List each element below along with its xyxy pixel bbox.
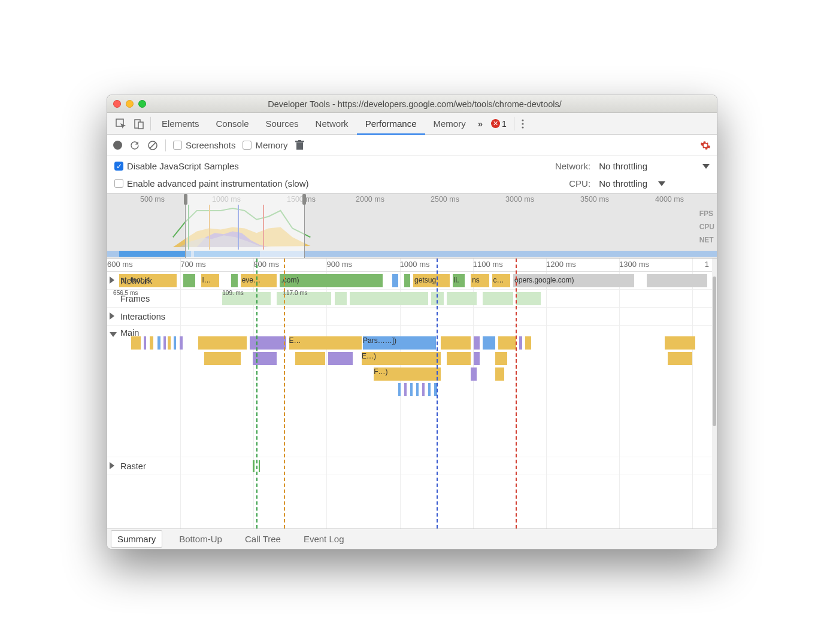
reload-record-button[interactable] <box>129 140 140 151</box>
vertical-scrollbar[interactable] <box>712 259 717 528</box>
dropdown-icon <box>658 181 665 186</box>
divider <box>514 117 514 130</box>
network-request[interactable]: getsug <box>413 274 450 287</box>
svg-line-7 <box>150 142 156 148</box>
cpu-label: CPU: <box>555 178 590 189</box>
tab-memory[interactable]: Memory <box>425 113 474 134</box>
record-button[interactable] <box>113 141 122 150</box>
checkbox-icon <box>114 162 123 171</box>
network-request[interactable] <box>392 274 398 287</box>
svg-point-5 <box>522 126 523 128</box>
more-menu-button[interactable] <box>517 113 529 134</box>
paint-label: Enable advanced paint instrumentation (s… <box>127 178 309 189</box>
tab-summary[interactable]: Summary <box>111 530 162 548</box>
disable-js-checkbox[interactable]: Disable JavaScript Samples <box>114 161 547 171</box>
frame[interactable] <box>335 292 347 305</box>
selection-handle-left[interactable] <box>184 194 187 205</box>
device-toggle-icon[interactable] <box>130 113 148 134</box>
network-request[interactable]: eve… <box>241 274 277 287</box>
titlebar: Developer Tools - https://developers.goo… <box>107 95 717 113</box>
network-request[interactable]: .com) <box>280 274 383 287</box>
error-icon: ✕ <box>491 119 500 128</box>
network-throttle-select[interactable]: No throttling <box>599 161 665 171</box>
selection-handle-right[interactable] <box>302 194 306 205</box>
memory-checkbox[interactable]: Memory <box>243 140 287 150</box>
network-label: Network: <box>555 161 590 171</box>
network-request[interactable]: li. <box>453 274 465 287</box>
network-request[interactable]: ns <box>471 274 489 287</box>
tab-performance[interactable]: Performance <box>357 113 425 135</box>
clear-button[interactable] <box>147 140 158 151</box>
scrollbar-thumb[interactable] <box>713 277 716 426</box>
frame[interactable] <box>516 292 540 305</box>
network-track[interactable]: Network pt_foot.js l… eve… .com) getsug … <box>107 272 717 290</box>
network-request[interactable]: l… <box>201 274 219 287</box>
raster-track[interactable]: Raster <box>107 457 717 475</box>
perf-toolbar: Screenshots Memory <box>107 135 717 156</box>
flame-function[interactable]: F…) <box>374 367 440 381</box>
capture-settings: Disable JavaScript Samples Network: No t… <box>107 156 717 194</box>
flame-evaluate[interactable]: E…) <box>362 352 441 365</box>
tab-console[interactable]: Console <box>208 113 258 134</box>
frame[interactable] <box>483 292 513 305</box>
overview-pane[interactable]: 500 ms 1000 ms 1500 ms 2000 ms 2500 ms 3… <box>107 194 717 259</box>
network-request[interactable]: opers.google.com) <box>513 274 634 287</box>
svg-rect-2 <box>138 122 143 129</box>
tab-call-tree[interactable]: Call Tree <box>239 531 287 547</box>
checkbox-icon <box>243 141 252 150</box>
expand-icon[interactable] <box>110 312 118 321</box>
screenshots-checkbox[interactable]: Screenshots <box>173 140 235 150</box>
frame[interactable] <box>350 292 429 305</box>
checkbox-icon <box>173 141 182 150</box>
main-track[interactable]: Main E… Pars……]) <box>107 326 717 457</box>
marker-line <box>437 259 438 528</box>
paint-instrumentation-checkbox[interactable]: Enable advanced paint instrumentation (s… <box>114 178 547 189</box>
network-request[interactable] <box>647 274 707 287</box>
flame-event[interactable]: E… <box>289 336 362 350</box>
marker-line <box>256 259 258 528</box>
ruler-tick: 2000 ms <box>356 195 384 203</box>
network-request[interactable] <box>183 274 195 287</box>
tab-event-log[interactable]: Event Log <box>298 531 350 547</box>
inspect-icon[interactable] <box>112 113 130 134</box>
checkbox-icon <box>114 179 123 188</box>
frame[interactable] <box>447 292 477 305</box>
svg-point-3 <box>522 119 523 121</box>
tab-bottom-up[interactable]: Bottom-Up <box>173 531 228 547</box>
flame-parse[interactable]: Pars……]) <box>363 336 435 350</box>
marker-line <box>516 259 517 528</box>
settings-gear-icon[interactable] <box>700 140 711 151</box>
disable-js-label: Disable JavaScript Samples <box>127 161 239 171</box>
details-tabs: Summary Bottom-Up Call Tree Event Log <box>107 528 717 549</box>
ruler-tick: 3000 ms <box>505 195 534 203</box>
frame-duration: 109. ms <box>222 290 244 296</box>
ruler-tick: 3500 ms <box>580 195 609 203</box>
devtools-window: Developer Tools - https://developers.goo… <box>107 95 717 549</box>
tabs-overflow-button[interactable]: » <box>474 113 486 134</box>
cpu-throttle-value: No throttling <box>599 178 647 189</box>
network-request[interactable] <box>404 274 410 287</box>
screenshots-label: Screenshots <box>186 140 235 150</box>
divider <box>150 117 151 130</box>
dropdown-icon <box>702 164 710 169</box>
tab-sources[interactable]: Sources <box>258 113 307 134</box>
window-title: Developer Tools - https://developers.goo… <box>119 99 711 109</box>
network-throttle-value: No throttling <box>599 161 647 171</box>
cpu-throttle-select[interactable]: No throttling <box>599 178 665 189</box>
ruler-tick: 4000 ms <box>655 195 684 203</box>
svg-point-4 <box>522 123 523 124</box>
flame-chart-pane[interactable]: 600 ms 700 ms 800 ms 900 ms 1000 ms 1100… <box>107 259 717 528</box>
network-request[interactable]: c… <box>492 274 510 287</box>
interactions-track[interactable]: Interactions <box>107 308 717 326</box>
frames-track[interactable]: Frames 656.5 ms 109. ms 117.0 ms <box>107 290 717 308</box>
svg-rect-8 <box>296 142 303 150</box>
detail-ruler: 600 ms 700 ms 800 ms 900 ms 1000 ms 1100… <box>107 259 717 272</box>
tab-elements[interactable]: Elements <box>153 113 208 134</box>
error-count-badge[interactable]: ✕ 1 <box>486 113 511 134</box>
memory-label: Memory <box>255 140 287 150</box>
tab-network[interactable]: Network <box>307 113 357 134</box>
network-request[interactable] <box>231 274 237 287</box>
overview-selection[interactable] <box>185 194 305 258</box>
marker-line <box>284 259 285 528</box>
collect-garbage-button[interactable] <box>295 140 304 150</box>
